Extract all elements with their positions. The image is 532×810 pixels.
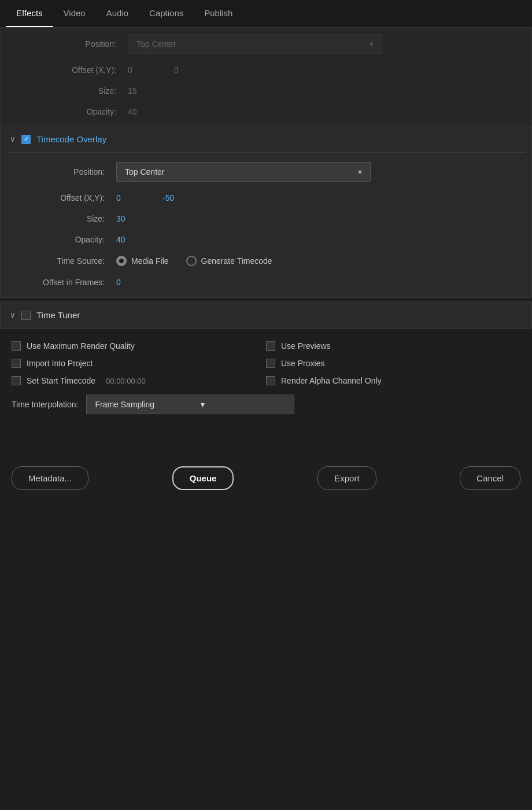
tab-effects[interactable]: Effects [6, 0, 53, 27]
tc-time-source-label: Time Source: [12, 256, 116, 266]
tc-size-label: Size: [12, 214, 116, 223]
chevron-down-icon: ▾ [370, 39, 374, 49]
tab-bar: Effects Video Audio Captions Publish [0, 0, 532, 28]
bottom-options-area: Use Maximum Render Quality Use Previews … [0, 332, 532, 420]
use-previews-checkbox[interactable] [266, 341, 275, 351]
chevron-down-icon: ▾ [201, 400, 205, 409]
tc-opacity-label: Opacity: [12, 235, 116, 244]
tc-opacity-value[interactable]: 40 [116, 235, 125, 244]
use-max-render-quality-checkbox[interactable] [12, 341, 21, 351]
chevron-icon: ∨ [10, 135, 16, 143]
spacer [0, 420, 532, 455]
queue-button[interactable]: Queue [172, 466, 234, 490]
use-previews-option[interactable]: Use Previews [266, 341, 520, 351]
time-interpolation-label: Time Interpolation: [12, 400, 78, 409]
import-into-project-label: Import Into Project [27, 359, 93, 368]
time-tuner-section: ∨ Time Tuner [0, 301, 532, 329]
metadata-button[interactable]: Metadata... [12, 466, 88, 490]
opacity-label-faded: Opacity: [24, 107, 128, 116]
faded-position-dropdown[interactable]: Top Center ▾ [128, 34, 382, 54]
use-max-render-quality-option[interactable]: Use Maximum Render Quality [12, 341, 266, 351]
use-max-render-quality-label: Use Maximum Render Quality [27, 341, 135, 351]
import-into-project-checkbox[interactable] [12, 359, 21, 368]
use-proxies-option[interactable]: Use Proxies [266, 359, 520, 368]
tc-offset-y[interactable]: -50 [162, 193, 174, 203]
import-into-project-option[interactable]: Import Into Project [12, 359, 266, 368]
tab-captions[interactable]: Captions [139, 0, 194, 27]
radio-generate-label: Generate Timecode [201, 256, 272, 266]
tab-audio[interactable]: Audio [96, 0, 139, 27]
set-start-timecode-checkbox[interactable] [12, 376, 21, 385]
bottom-buttons-bar: Metadata... Queue Export Cancel [0, 455, 532, 502]
export-button[interactable]: Export [317, 466, 376, 490]
tc-position-label: Position: [12, 167, 116, 176]
time-tuner-title: Time Tuner [36, 310, 80, 320]
tab-publish[interactable]: Publish [194, 0, 243, 27]
tc-offset-label: Offset (X,Y): [12, 193, 116, 203]
radio-generate-indicator [186, 256, 197, 266]
timecode-value: 00:00:00:00 [106, 377, 146, 385]
time-tuner-header[interactable]: ∨ Time Tuner [1, 302, 531, 328]
use-proxies-label: Use Proxies [281, 359, 324, 368]
radio-generate-timecode[interactable]: Generate Timecode [186, 256, 272, 266]
cancel-button[interactable]: Cancel [460, 466, 520, 490]
radio-media-file-label: Media File [131, 256, 169, 266]
time-interpolation-dropdown[interactable]: Frame Sampling ▾ [86, 395, 294, 414]
tc-position-value: Top Center [125, 167, 164, 176]
chevron-icon: ∨ [10, 311, 16, 319]
set-start-timecode-label: Set Start Timecode [27, 376, 95, 385]
size-value-faded[interactable]: 15 [128, 86, 137, 95]
timecode-overlay-header[interactable]: ∨ Timecode Overlay [1, 126, 531, 152]
render-alpha-channel-label: Render Alpha Channel Only [281, 376, 382, 385]
use-proxies-checkbox[interactable] [266, 359, 275, 368]
chevron-down-icon: ▾ [358, 167, 362, 176]
radio-media-file-indicator [116, 256, 127, 266]
tab-video[interactable]: Video [53, 0, 96, 27]
opacity-value-faded[interactable]: 40 [128, 107, 137, 116]
timecode-overlay-checkbox[interactable] [21, 135, 31, 144]
render-alpha-channel-checkbox[interactable] [266, 376, 275, 385]
tc-size-value[interactable]: 30 [116, 214, 125, 223]
time-interpolation-value: Frame Sampling [95, 400, 154, 409]
use-previews-label: Use Previews [281, 341, 331, 351]
faded-section: Position: Top Center ▾ Offset (X,Y): 0 0… [0, 28, 532, 126]
tc-offset-x[interactable]: 0 [116, 193, 162, 203]
tc-position-dropdown[interactable]: Top Center ▾ [116, 162, 371, 182]
offset-x-faded[interactable]: 0 [128, 65, 174, 75]
set-start-timecode-option[interactable]: Set Start Timecode 00:00:00:00 [12, 376, 266, 385]
options-grid: Use Maximum Render Quality Use Previews … [12, 341, 520, 385]
timecode-overlay-section: ∨ Timecode Overlay Position: Top Center … [0, 126, 532, 298]
time-tuner-checkbox[interactable] [21, 311, 31, 320]
timecode-overlay-title: Timecode Overlay [36, 134, 106, 144]
size-label-faded: Size: [24, 86, 128, 95]
offset-label-faded: Offset (X,Y): [24, 65, 128, 75]
offset-y-faded[interactable]: 0 [174, 65, 179, 75]
position-label: Position: [24, 39, 128, 49]
radio-media-file[interactable]: Media File [116, 256, 169, 266]
time-interpolation-row: Time Interpolation: Frame Sampling ▾ [12, 385, 520, 420]
tc-offset-frames-value[interactable]: 0 [116, 278, 121, 287]
tc-offset-frames-label: Offset in Frames: [12, 278, 116, 287]
time-source-radio-group: Media File Generate Timecode [116, 256, 272, 266]
render-alpha-channel-option[interactable]: Render Alpha Channel Only [266, 376, 520, 385]
